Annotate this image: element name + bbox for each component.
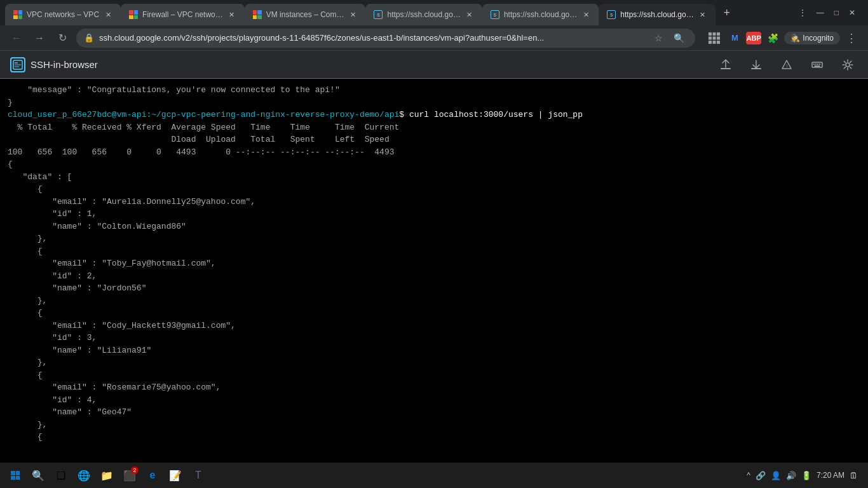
tab-firewall[interactable]: Firewall – VPC netwo… ✕	[121, 4, 245, 25]
svg-rect-2	[717, 32, 720, 36]
battery-icon[interactable]: 🔋	[801, 471, 811, 480]
terminal-json-record1-id: "id" : 1,	[8, 209, 97, 219]
extensions-button[interactable]: 🧩	[764, 29, 782, 47]
back-button[interactable]: ←	[8, 29, 25, 47]
terminal[interactable]: "message" : "Congratulations, you're now…	[0, 79, 868, 463]
tab-favicon-ssh1: S	[373, 10, 383, 20]
search-icon: 🔍	[32, 470, 44, 482]
tab-ssh3[interactable]: S https://ssh.cloud.go… ✕	[599, 4, 715, 25]
terminal-json-record4-open: {	[8, 370, 43, 380]
tab-favicon-ssh3: S	[606, 10, 616, 20]
clock-time: 7:20 AM	[817, 471, 844, 480]
taskbar-chrome[interactable]: 🌐	[74, 465, 94, 485]
terminal-prompt-path: cloud_user_p_66e27bdc@vm-api:~/gcp-vpc-p…	[8, 110, 399, 119]
svg-rect-4	[713, 36, 716, 39]
google-apps-button[interactable]	[705, 29, 723, 47]
terminal-curl-progress-header: % Total % Received % Xferd Average Speed…	[8, 123, 399, 132]
terminal-prompt-line: cloud_user_p_66e27bdc@vm-api:~/gcp-vpc-p…	[8, 110, 583, 119]
tab-overflow-btn[interactable]: ⋮	[796, 6, 809, 20]
tab-title-ssh1: https://ssh.cloud.go…	[387, 10, 460, 19]
terminal-json-record1-close: },	[8, 234, 47, 243]
tab-close-ssh2[interactable]: ✕	[581, 10, 591, 20]
taskbar-files[interactable]: 📁	[97, 465, 117, 485]
terminal-json-record2-email: "email" : "Toby_Fay@hotmail.com",	[8, 259, 216, 268]
tab-vpc-networks[interactable]: VPC networks – VPC ✕	[5, 4, 121, 25]
tab-ssh1[interactable]: S https://ssh.cloud.go… ✕	[365, 4, 482, 25]
system-tray-person[interactable]: 👤	[771, 471, 781, 480]
abp-button[interactable]: ABP	[746, 32, 761, 44]
terminal-json-record2-open: {	[8, 247, 43, 256]
search-button[interactable]: 🔍	[670, 29, 688, 47]
terminal-msg-line: "message" : "Congratulations, you're now…	[8, 85, 340, 95]
lock-icon: 🔒	[84, 33, 94, 43]
tab-ssh2[interactable]: S https://ssh.cloud.go… ✕	[482, 4, 599, 25]
menu-button[interactable]: ⋮	[843, 29, 860, 47]
taskbar-clock[interactable]: 7:20 AM	[817, 471, 844, 480]
svg-rect-8	[717, 41, 720, 44]
terminal-curl-progress-subheader: Dload Upload Total Spent Left Speed	[8, 135, 390, 144]
svg-rect-5	[717, 36, 720, 39]
address-text: ssh.cloud.google.com/v2/ssh/projects/pla…	[99, 33, 644, 43]
terminal-json-record3-open: {	[8, 308, 43, 318]
taskbar-vscode[interactable]: 📝	[165, 465, 186, 485]
tab-vm-instances[interactable]: VM instances – Com… ✕	[245, 4, 366, 25]
address-actions: ☆ 🔍	[649, 29, 688, 47]
taskbar-edge[interactable]: e	[142, 465, 163, 485]
svg-rect-21	[815, 65, 820, 67]
tab-favicon-ssh2: S	[490, 10, 500, 20]
terminal-json-record3-close: },	[8, 358, 47, 367]
terminal-json-record3-email: "email" : "Cody_Hackett93@gmail.com",	[8, 321, 236, 330]
terminal-json-record2-close: },	[8, 296, 47, 306]
reload-button[interactable]: ↻	[53, 29, 71, 47]
browser-actions: M ABP 🧩 🕵 Incognito ⋮	[705, 29, 860, 47]
ssh-toolbar: SSH-in-browser !	[0, 51, 868, 79]
files-icon: 📁	[100, 470, 113, 482]
system-tray-arrow[interactable]: ^	[747, 471, 750, 480]
maximize-btn[interactable]: □	[832, 6, 841, 20]
system-tray-link[interactable]: 🔗	[756, 471, 766, 480]
notification-badge: 2	[131, 466, 139, 474]
upload-button[interactable]	[715, 55, 736, 75]
translate-button[interactable]: M	[726, 29, 743, 47]
tab-overflow: ⋮ — □ ✕	[796, 6, 863, 20]
tab-close-firewall[interactable]: ✕	[227, 10, 237, 20]
terminal-json-record1-open: {	[8, 184, 43, 194]
forward-button[interactable]: →	[31, 29, 48, 47]
tab-title-vm: VM instances – Com…	[266, 10, 344, 19]
terminal-json-record1-email: "email" : "Aurelia.Donnelly25@yahoo.com"…	[8, 197, 255, 207]
incognito-badge: 🕵 Incognito	[784, 32, 840, 44]
address-input-wrap[interactable]: 🔒 ssh.cloud.google.com/v2/ssh/projects/p…	[76, 29, 695, 48]
svg-rect-13	[721, 68, 731, 69]
taskbar-terminal[interactable]: ⬛ 2	[119, 465, 140, 485]
task-view-icon: ❑	[57, 470, 65, 482]
settings-button[interactable]	[837, 55, 858, 75]
minimize-btn[interactable]: —	[814, 6, 827, 20]
tab-close-ssh3[interactable]: ✕	[698, 10, 708, 20]
window-close-btn[interactable]: ✕	[846, 6, 858, 20]
terminal-prompt-symbol: $ curl localhost:3000/users | json_pp	[399, 110, 583, 119]
tab-close-vpc[interactable]: ✕	[103, 10, 113, 20]
star-button[interactable]: ☆	[649, 29, 667, 47]
taskbar-teams[interactable]: T	[188, 465, 208, 485]
taskbar-taskview[interactable]: ❑	[51, 465, 71, 485]
notification-center[interactable]: 🗓	[850, 471, 858, 480]
alert-button[interactable]: !	[776, 55, 797, 75]
start-button[interactable]	[5, 465, 25, 485]
terminal-brace-close: }	[8, 98, 13, 107]
tab-title-vpc: VPC networks – VPC	[27, 10, 99, 19]
taskbar-search[interactable]: 🔍	[28, 465, 48, 485]
tab-title-firewall: Firewall – VPC netwo…	[142, 10, 223, 19]
volume-icon[interactable]: 🔊	[786, 471, 796, 480]
svg-rect-20	[819, 64, 820, 65]
incognito-icon: 🕵	[790, 34, 800, 43]
svg-text:!: !	[787, 64, 788, 68]
teams-icon: T	[195, 470, 201, 481]
new-tab-button[interactable]: +	[718, 4, 736, 22]
terminal-json-record4-id: "id" : 4,	[8, 395, 97, 405]
keyboard-button[interactable]	[807, 55, 827, 75]
tab-close-vm[interactable]: ✕	[348, 10, 358, 20]
tab-close-ssh1[interactable]: ✕	[465, 10, 475, 20]
tab-favicon-vpc	[13, 10, 23, 20]
download-button[interactable]	[746, 55, 766, 75]
svg-rect-0	[709, 32, 712, 36]
